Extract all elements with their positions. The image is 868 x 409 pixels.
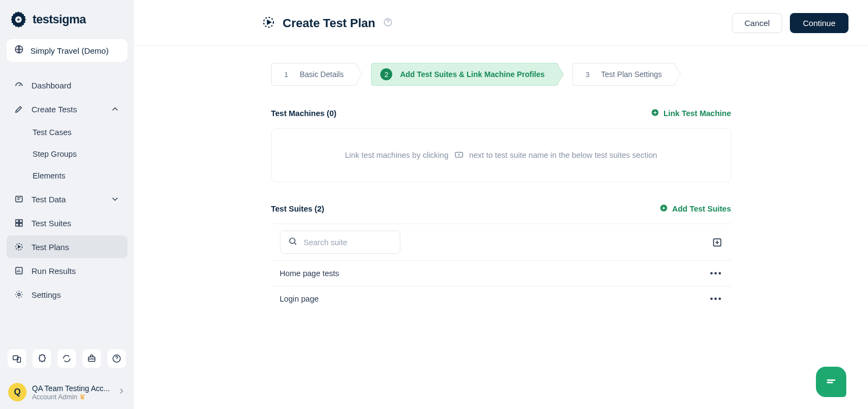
add-square-icon[interactable] — [712, 237, 723, 248]
wizard-steps: 1 Basic Details 2 Add Test Suites & Link… — [271, 63, 731, 86]
test-machines-empty: Link test machines by clicking next to t… — [271, 128, 731, 182]
logo[interactable]: testsigma — [7, 10, 127, 39]
nav-label: Test Suites — [31, 219, 71, 228]
sidebar-item-create-tests[interactable]: Create Tests — [7, 98, 127, 120]
svg-rect-5 — [16, 223, 18, 226]
account-role: Account Admin ♛ — [32, 393, 112, 401]
refresh-icon[interactable] — [58, 349, 76, 368]
main: Create Test Plan Cancel Continue 1 Basic… — [134, 0, 868, 409]
sidebar-item-step-groups[interactable]: Step Groups — [7, 143, 127, 165]
cancel-button[interactable]: Cancel — [732, 13, 782, 33]
bar-chart-icon — [14, 266, 24, 276]
chat-widget[interactable] — [816, 367, 846, 397]
nav-label: Test Cases — [33, 128, 72, 137]
nav: Dashboard Create Tests Test Cases Step G… — [7, 74, 127, 306]
svg-rect-3 — [16, 220, 18, 222]
sidebar-item-run-results[interactable]: Run Results — [7, 259, 127, 282]
chevron-down-icon — [110, 194, 120, 204]
suite-name: Home page tests — [280, 269, 340, 278]
suite-row[interactable]: Login page ••• — [271, 286, 731, 311]
suite-row[interactable]: Home page tests ••• — [271, 260, 731, 286]
target-icon — [262, 16, 275, 31]
step-test-plan-settings[interactable]: 3 Test Plan Settings — [572, 63, 675, 86]
logo-text: testsigma — [33, 12, 86, 27]
search-icon — [288, 237, 297, 248]
monitor-link-icon — [454, 150, 464, 160]
more-icon[interactable]: ••• — [710, 294, 723, 304]
gear-icon — [14, 290, 24, 299]
test-suites-header: Test Suites (2) Add Test Suites — [271, 204, 731, 214]
page-header: Create Test Plan Cancel Continue — [134, 0, 868, 46]
sidebar-item-test-data[interactable]: Test Data — [7, 188, 127, 210]
add-test-suites-button[interactable]: Add Test Suites — [660, 204, 731, 214]
nav-label: Run Results — [31, 266, 76, 276]
sidebar-item-elements[interactable]: Elements — [7, 165, 127, 187]
sidebar-item-test-cases[interactable]: Test Cases — [7, 122, 127, 143]
chevron-up-icon — [110, 104, 120, 114]
step-basic-details[interactable]: 1 Basic Details — [271, 63, 358, 86]
suite-name: Login page — [280, 295, 319, 303]
help-icon[interactable] — [107, 349, 126, 368]
grid-icon — [14, 218, 24, 228]
account-name: QA Team Testing Acc... — [32, 384, 112, 393]
continue-button[interactable]: Continue — [790, 13, 848, 33]
test-machines-header: Test Machines (0) Link Test Machine — [271, 108, 731, 118]
globe-icon — [14, 44, 24, 56]
sidebar: testsigma Simply Travel (Demo) Dashboard… — [0, 0, 134, 409]
help-icon[interactable] — [383, 17, 393, 29]
section-title: Test Machines (0) — [271, 109, 337, 118]
nav-label: Settings — [31, 290, 61, 299]
nav-label: Elements — [33, 171, 65, 180]
toolbox-icon[interactable] — [82, 349, 101, 368]
gauge-icon — [14, 80, 24, 90]
sidebar-item-test-suites[interactable]: Test Suites — [7, 212, 127, 234]
nav-label: Create Tests — [31, 105, 77, 114]
svg-rect-6 — [20, 223, 22, 226]
suites-toolbar — [271, 223, 731, 260]
project-selector[interactable]: Simply Travel (Demo) — [7, 39, 127, 62]
crown-icon: ♛ — [79, 393, 86, 401]
avatar: Q — [8, 383, 27, 401]
nav-label: Test Plans — [31, 242, 69, 252]
step-add-test-suites[interactable]: 2 Add Test Suites & Link Machine Profile… — [371, 63, 558, 86]
nav-label: Dashboard — [31, 81, 71, 90]
data-icon — [14, 194, 24, 204]
plus-circle-icon — [660, 204, 668, 214]
sidebar-item-test-plans[interactable]: Test Plans — [7, 235, 127, 258]
sidebar-item-settings[interactable]: Settings — [7, 283, 127, 306]
puzzle-icon[interactable] — [33, 349, 51, 368]
plus-circle-icon — [651, 108, 659, 118]
create-tests-submenu: Test Cases Step Groups Elements — [7, 122, 127, 187]
page-title: Create Test Plan — [283, 16, 375, 30]
link-test-machine-button[interactable]: Link Test Machine — [651, 108, 731, 118]
devices-icon[interactable] — [8, 349, 26, 368]
sidebar-item-dashboard[interactable]: Dashboard — [7, 74, 127, 97]
svg-point-19 — [289, 238, 295, 244]
project-name: Simply Travel (Demo) — [30, 46, 108, 55]
svg-rect-4 — [20, 220, 22, 222]
nav-label: Test Data — [31, 195, 66, 204]
chevron-right-icon — [117, 387, 126, 398]
pencil-icon — [14, 104, 24, 114]
search-suite-box[interactable] — [280, 231, 400, 254]
section-title: Test Suites (2) — [271, 204, 324, 213]
nav-label: Step Groups — [33, 150, 76, 158]
search-input[interactable] — [304, 238, 392, 247]
content: 1 Basic Details 2 Add Test Suites & Link… — [134, 46, 868, 409]
account-menu[interactable]: Q QA Team Testing Acc... Account Admin ♛ — [7, 383, 127, 401]
logo-gear-icon — [9, 10, 28, 29]
target-icon — [14, 242, 24, 252]
bottom-icon-bar — [7, 349, 127, 368]
more-icon[interactable]: ••• — [710, 269, 723, 278]
svg-point-9 — [18, 293, 21, 296]
